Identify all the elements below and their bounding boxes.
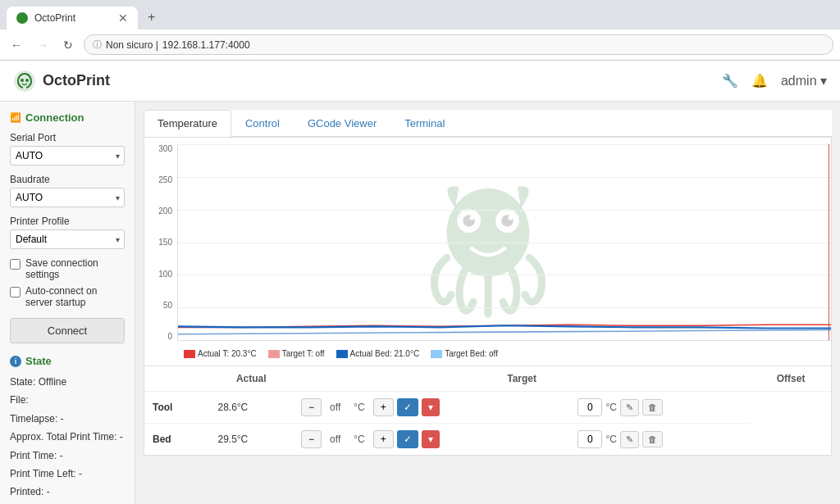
connection-title: 📶 Connection (10, 111, 125, 124)
tool-target-value: off (325, 400, 345, 415)
save-connection-label[interactable]: Save connection settings (25, 257, 125, 280)
auto-connect-label[interactable]: Auto-connect on server startup (25, 285, 125, 308)
tool-actual: 28.6°C (209, 392, 293, 424)
temp-table-header-row: Actual Target Offset (144, 366, 831, 392)
printed-info: Printed: - (10, 484, 125, 500)
state-value: State: Offline (10, 374, 125, 390)
legend-color-target-bed (431, 350, 442, 358)
bed-target-controls: − off °C + ✓ ▾ (293, 424, 569, 456)
wrench-icon[interactable]: 🔧 (722, 73, 738, 89)
tool-delete-button[interactable]: 🗑 (642, 399, 663, 415)
browser-toolbar: ← → ↻ ⓘ Non sicuro | 192.168.1.177:4000 (0, 30, 840, 61)
auto-connect-checkbox-group: Auto-connect on server startup (10, 285, 125, 308)
main-layout: 📶 Connection Serial Port AUTO Baudrate A… (0, 102, 840, 504)
serial-port-select[interactable]: AUTO (10, 146, 125, 166)
bed-down-button[interactable]: ▾ (422, 430, 440, 448)
logo-icon (13, 70, 36, 93)
chart-y-axis: 300 250 200 150 100 50 0 (144, 144, 176, 341)
approx-time-info: Approx. Total Print Time: - (10, 429, 125, 445)
tool-offset-input[interactable] (578, 398, 602, 416)
bed-offset-control-group: °C ✎ 🗑 (578, 430, 742, 448)
file-info: File: (10, 392, 125, 408)
info-icon: i (10, 356, 21, 367)
serial-port-group: Serial Port AUTO (10, 132, 125, 166)
tool-confirm-button[interactable]: ✓ (397, 398, 418, 416)
bed-confirm-button[interactable]: ✓ (397, 430, 418, 448)
admin-menu-button[interactable]: admin ▾ (781, 73, 827, 89)
printer-profile-select[interactable]: Default (10, 229, 125, 249)
browser-chrome: OctoPrint ✕ + (0, 0, 840, 30)
legend-actual-tool: Actual T: 20.3°C (184, 349, 257, 358)
bed-target-unit: °C (349, 432, 369, 447)
bed-target-plus-button[interactable]: + (373, 430, 394, 448)
bed-actual: 29.5°C (209, 424, 293, 456)
new-tab-button[interactable]: + (139, 5, 163, 30)
bed-target-control-group: − off °C + ✓ ▾ (301, 430, 561, 448)
save-connection-checkbox-group: Save connection settings (10, 257, 125, 280)
browser-tabs: OctoPrint ✕ + (7, 5, 833, 30)
tool-target-plus-button[interactable]: + (373, 398, 394, 416)
tool-down-button[interactable]: ▾ (422, 398, 440, 416)
legend-target-tool: Target T: off (268, 349, 325, 358)
bed-edit-button[interactable]: ✎ (620, 431, 639, 448)
tool-label: Tool (144, 392, 209, 424)
legend-color-actual-bed (336, 350, 348, 358)
bar-chart-icon: 📶 (10, 112, 21, 123)
temp-controls: Actual Target Offset Tool 28.6°C − off (144, 366, 832, 456)
legend-color-actual-tool (184, 350, 195, 358)
baudrate-select[interactable]: AUTO (10, 188, 125, 207)
tab-terminal[interactable]: Terminal (390, 110, 459, 136)
address-bar[interactable]: ⓘ Non sicuro | 192.168.1.177:4000 (84, 34, 833, 55)
state-section: i State State: Offline File: Timelapse: … (10, 355, 125, 501)
connect-button[interactable]: Connect (10, 318, 125, 343)
legend-label-actual-bed: Actual Bed: 21.0°C (350, 349, 420, 358)
serial-port-label: Serial Port (10, 132, 125, 143)
bell-icon[interactable]: 🔔 (751, 73, 768, 89)
svg-point-1 (21, 79, 24, 82)
legend-target-bed: Target Bed: off (431, 349, 498, 358)
browser-tab-active[interactable]: OctoPrint ✕ (7, 7, 138, 30)
auto-connect-checkbox[interactable] (10, 287, 21, 297)
url-text: 192.168.1.177:4000 (162, 39, 250, 51)
baudrate-select-wrapper: AUTO (10, 188, 125, 207)
content-area: Temperature Control GCode Viewer Termina… (135, 102, 840, 504)
legend-label-target-tool: Target T: off (282, 349, 325, 358)
tool-target-minus-button[interactable]: − (301, 398, 322, 416)
state-title: i State (10, 355, 125, 367)
connection-section: 📶 Connection Serial Port AUTO Baudrate A… (10, 111, 125, 343)
legend-color-target-tool (268, 350, 280, 358)
header-actions: 🔧 🔔 admin ▾ (722, 73, 827, 89)
bed-delete-button[interactable]: 🗑 (642, 431, 663, 447)
legend-label-actual-tool: Actual T: 20.3°C (198, 349, 257, 358)
bed-offset-input[interactable] (578, 430, 602, 448)
save-connection-checkbox[interactable] (10, 259, 21, 270)
app-logo: OctoPrint (13, 70, 722, 93)
chart-legend: Actual T: 20.3°C Target T: off Actual Be… (179, 347, 831, 361)
table-row: Bed 29.5°C − off °C + ✓ ▾ (144, 424, 831, 456)
tab-close-button[interactable]: ✕ (118, 11, 128, 25)
url-prefix: Non sicuro | (106, 39, 158, 51)
tab-bar: Temperature Control GCode Viewer Termina… (144, 110, 832, 137)
tool-offset-unit: °C (605, 402, 616, 413)
sidebar: 📶 Connection Serial Port AUTO Baudrate A… (0, 102, 135, 504)
bed-label: Bed (144, 424, 209, 456)
printer-profile-select-wrapper: Default (10, 229, 125, 249)
tab-gcode-viewer[interactable]: GCode Viewer (294, 110, 390, 136)
col-header-offset: Offset (751, 366, 831, 392)
lock-icon: ⓘ (93, 39, 102, 51)
tool-edit-button[interactable]: ✎ (620, 399, 639, 416)
forward-button[interactable]: → (33, 37, 52, 53)
baudrate-group: Baudrate AUTO (10, 174, 125, 207)
back-button[interactable]: ← (7, 37, 26, 53)
tab-control[interactable]: Control (231, 110, 294, 136)
temperature-table: Actual Target Offset Tool 28.6°C − off (144, 366, 831, 455)
refresh-button[interactable]: ↻ (59, 37, 77, 53)
bed-target-value: off (325, 432, 345, 447)
printer-profile-group: Printer Profile Default (10, 216, 125, 249)
tab-temperature[interactable]: Temperature (144, 110, 231, 137)
bed-target-minus-button[interactable]: − (301, 430, 322, 448)
serial-port-select-wrapper: AUTO (10, 146, 125, 166)
timelapse-info: Timelapse: - (10, 411, 125, 427)
print-time-left-info: Print Time Left: - (10, 465, 125, 482)
tool-offset-control-group: °C ✎ 🗑 (578, 398, 742, 416)
